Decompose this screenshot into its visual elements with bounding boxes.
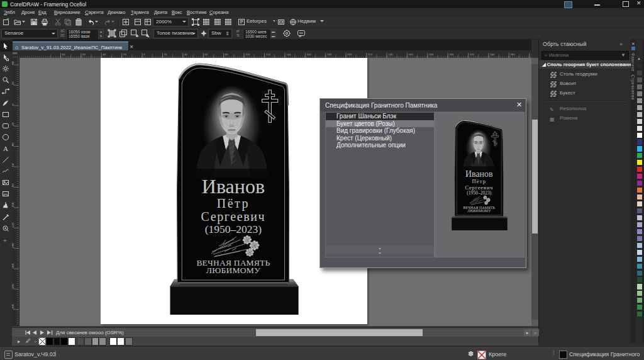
svg-text:380: 380 (531, 53, 531, 56)
svg-text:180: 180 (12, 284, 14, 290)
svg-text:300: 300 (449, 53, 454, 56)
svg-text:20: 20 (123, 53, 127, 56)
svg-text:20: 20 (164, 53, 168, 56)
svg-text:120: 120 (12, 223, 14, 228)
svg-text:60: 60 (204, 53, 208, 56)
svg-text:180: 180 (327, 53, 332, 56)
svg-text:360: 360 (510, 53, 515, 56)
svg-text:160: 160 (12, 264, 14, 269)
svg-text:260: 260 (408, 53, 413, 56)
svg-text:80: 80 (62, 53, 66, 56)
svg-text:20: 20 (12, 122, 14, 126)
svg-text:240: 240 (388, 53, 393, 56)
svg-text:40: 40 (12, 61, 14, 65)
svg-text:280: 280 (429, 53, 434, 56)
svg-text:160: 160 (306, 53, 311, 56)
svg-text:0: 0 (12, 104, 14, 106)
svg-text:40: 40 (184, 53, 188, 56)
svg-text:80: 80 (225, 53, 229, 56)
svg-text:0: 0 (143, 53, 145, 56)
svg-text:140: 140 (286, 53, 291, 56)
svg-text:40: 40 (12, 143, 14, 147)
svg-text:120: 120 (266, 53, 271, 56)
svg-text:200: 200 (12, 304, 14, 310)
svg-text:200: 200 (347, 53, 352, 56)
svg-text:100: 100 (245, 53, 250, 56)
svg-text:40: 40 (103, 53, 106, 56)
svg-text:220: 220 (368, 53, 373, 56)
svg-text:60: 60 (82, 53, 86, 56)
svg-text:140: 140 (12, 243, 14, 249)
svg-text:80: 80 (12, 184, 14, 188)
svg-text:A: A (3, 145, 8, 152)
svg-text:340: 340 (490, 53, 495, 56)
svg-text:60: 60 (12, 163, 14, 167)
svg-text:20: 20 (12, 82, 14, 86)
svg-text:100: 100 (12, 202, 14, 208)
svg-text:320: 320 (470, 53, 475, 56)
